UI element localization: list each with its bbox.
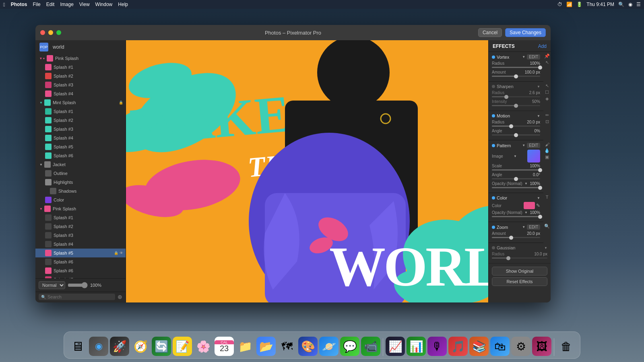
sharpen-radius-slider[interactable] (492, 96, 540, 97)
gaussian-enabled-dot[interactable] (492, 246, 495, 249)
type-icon[interactable]: T (546, 195, 549, 200)
dock-files[interactable]: 📂 (256, 337, 276, 356)
color-enabled-dot[interactable] (492, 196, 495, 200)
eyedrop-icon[interactable]: 💧 (544, 148, 550, 153)
cursor2-icon[interactable]: ↖ (545, 83, 549, 88)
layer-pink2-splash1[interactable]: Splash #1 (35, 213, 126, 222)
group-mint-splash[interactable]: ▼ Mint Splash 🔒 (35, 98, 126, 107)
layer-mint-splash5[interactable]: Splash #5 (35, 142, 126, 151)
minimize-button[interactable] (48, 30, 53, 35)
pin-icon[interactable]: 📌 (544, 53, 550, 59)
dock-notes[interactable]: 📝 (173, 337, 192, 356)
motion-radius-slider[interactable] (492, 125, 540, 127)
layer-visibility-icon[interactable]: 👁 (120, 251, 123, 255)
dock-photos[interactable]: 🌸 (194, 337, 213, 356)
gaussian-radius-slider[interactable] (492, 257, 547, 259)
layer-pink2-splash3[interactable]: Splash #3 (35, 231, 126, 240)
pattern-angle-slider[interactable] (492, 178, 540, 179)
checkbox-icon[interactable]: ☐ (545, 90, 549, 95)
zoom-icon[interactable]: 🔍 (544, 224, 550, 229)
layer-pink-1-splash1[interactable]: Splash #1 (35, 63, 126, 72)
layer-pink2-splash6a[interactable]: Splash #6 (35, 257, 126, 266)
layer-outline[interactable]: Outline (35, 169, 126, 178)
layer-mint-splash1[interactable]: Splash #1 (35, 107, 126, 116)
layer-highlights[interactable]: Highlights (35, 178, 126, 187)
dock-migration[interactable]: 🔄 (152, 337, 171, 356)
crop-icon[interactable]: ⊡ (545, 119, 549, 124)
cursor-icon[interactable]: ↖ (545, 60, 549, 65)
group-pink-splash-2[interactable]: ▼ Pink Splash (35, 204, 126, 213)
dock-pixelmator[interactable]: 🎨 (298, 337, 318, 356)
show-original-button[interactable]: Show Original (492, 267, 547, 276)
dock-numbers[interactable]: 📊 (407, 337, 426, 356)
brush-icon[interactable]: 🖌 (545, 142, 549, 147)
layer-mint-splash3[interactable]: Splash #3 (35, 125, 126, 134)
pattern-image-swatch[interactable] (527, 150, 540, 162)
siri-icon[interactable]: ◉ (628, 2, 632, 7)
dock-messages[interactable]: 💬 (340, 337, 359, 356)
dock-appstore[interactable]: 🛍 (490, 337, 510, 356)
zoom-edit-button[interactable]: EDIT (527, 224, 540, 230)
layer-pink2-splash6b[interactable]: Splash #6 (35, 266, 126, 275)
menu-file[interactable]: File (33, 2, 40, 7)
layer-pink2-splash5-selected[interactable]: Splash #5 🔒 👁 (35, 249, 126, 257)
color-swatch-pink[interactable] (524, 202, 535, 209)
layer-pink2-splash2[interactable]: Splash #2 (35, 222, 126, 231)
search-icon[interactable]: 🔍 (618, 2, 624, 7)
dock-mercury[interactable]: 🪐 (319, 337, 339, 356)
layer-pink-1-splash4[interactable]: Splash #4 (35, 89, 126, 98)
dock-trash[interactable]: 🗑 (557, 337, 576, 356)
layer-mint-splash2[interactable]: Splash #2 (35, 116, 126, 125)
color-opacity-chevron[interactable]: ▼ (524, 211, 528, 214)
time-machine-icon[interactable]: ⏱ (557, 2, 562, 7)
pattern-image-chevron[interactable]: ▼ (514, 154, 517, 158)
menu-image[interactable]: Image (60, 2, 73, 7)
fullscreen-button[interactable] (56, 30, 61, 35)
gaussian-chevron[interactable]: ▼ (544, 246, 547, 250)
stamp-icon[interactable]: ◈ (545, 96, 549, 101)
vortex-chevron[interactable]: ▼ (522, 55, 525, 59)
pattern-edit-button[interactable]: EDIT (527, 143, 540, 148)
search-bar[interactable]: 🔍 (39, 294, 115, 300)
menu-edit[interactable]: Edit (46, 2, 55, 7)
sharpen-enabled-dot[interactable] (492, 85, 495, 88)
cancel-button[interactable]: Cancel (478, 28, 502, 37)
vortex-radius-slider[interactable] (492, 67, 540, 68)
notification-icon[interactable]: ☰ (636, 2, 641, 7)
zoom-chevron[interactable]: ▼ (522, 225, 525, 229)
motion-chevron[interactable]: ▼ (537, 114, 540, 118)
group-jacket[interactable]: ▼ Jacket (35, 160, 126, 169)
layer-pink2-splash7[interactable]: Splash #7 (35, 275, 126, 278)
menu-view[interactable]: View (79, 2, 90, 7)
vortex-amount-slider[interactable] (492, 76, 540, 77)
layer-mint-splash6[interactable]: Splash #6 (35, 151, 126, 160)
pattern-chevron[interactable]: ▼ (522, 144, 525, 147)
reset-effects-button[interactable]: Reset Effects (492, 277, 547, 286)
dock-calendar[interactable]: CAL 23 (215, 337, 234, 356)
motion-enabled-dot[interactable] (492, 114, 495, 117)
dock-launchpad[interactable]: 🚀 (110, 337, 129, 356)
layer-pink2-splash4[interactable]: Splash #4 (35, 240, 126, 249)
menu-window[interactable]: Window (95, 2, 113, 7)
pattern-scale-slider[interactable] (492, 169, 540, 171)
add-layer-icon[interactable]: ⊕ (118, 294, 122, 300)
dock-settings[interactable]: ⚙ (511, 337, 530, 356)
blend-mode-select[interactable]: Normal (39, 281, 65, 289)
dock-facetime[interactable]: 📹 (361, 337, 380, 356)
zoom-amount-slider[interactable] (492, 237, 540, 238)
pattern-opacity-slider[interactable] (492, 187, 540, 188)
color-picker-icon[interactable]: ✎ (536, 203, 540, 208)
color-chevron[interactable]: ▼ (537, 196, 540, 200)
layer-color[interactable]: Color (35, 195, 126, 204)
add-effect-button[interactable]: Add (538, 43, 547, 49)
close-button[interactable] (40, 30, 45, 35)
dock-siri[interactable]: ◉ (89, 337, 108, 356)
fill-icon[interactable]: ▣ (545, 154, 549, 160)
dock-music[interactable]: 🎵 (448, 337, 468, 356)
color-opacity-slider[interactable] (492, 216, 540, 217)
vortex-edit-button[interactable]: EDIT (527, 54, 540, 60)
search-input[interactable] (47, 294, 113, 299)
layer-shadows[interactable]: Shadows (35, 187, 126, 195)
dock-podcast[interactable]: 🎙 (427, 337, 447, 356)
menu-photos[interactable]: Photos (11, 2, 27, 7)
